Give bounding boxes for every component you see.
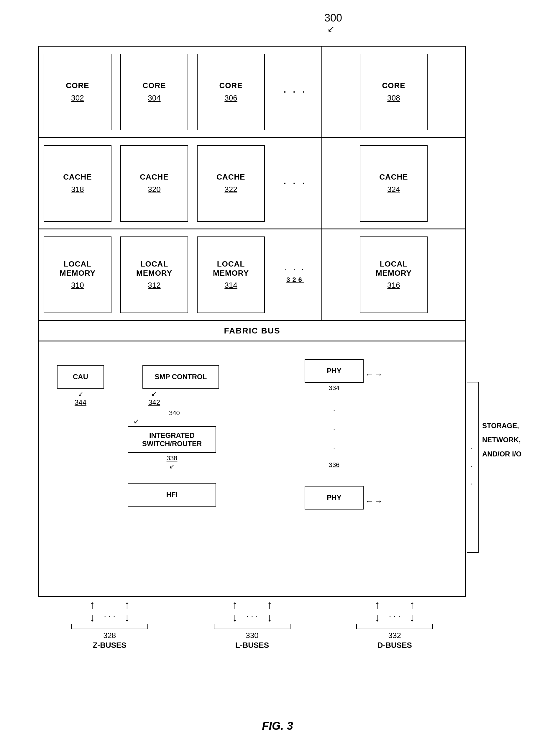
z-arrow-2: ↑↓ [124,598,130,624]
lower-section: CAU ↙ 344 SMP CONTROL ↙ 342 340 [39,342,465,598]
fig-label: FIG. 3 [262,720,293,732]
storage-dots: ··· [470,439,472,492]
core-302-label: CORE [66,81,89,90]
storage-bracket [467,382,479,553]
cache-row-right: CACHE 324 [322,138,465,228]
core-308-cell: CORE 308 [360,54,428,130]
core-306-ref: 306 [224,93,237,103]
phy-bottom-box: PHY [305,486,364,509]
cache-318-label: CACHE [63,173,92,182]
d-arrow-2: ↑↓ [409,598,415,624]
integrated-switch-label: INTEGRATED SWITCH/ROUTER [142,431,202,448]
fabric-bus-row: FABRIC BUS [39,321,465,342]
smp-box: SMP CONTROL [142,365,219,389]
d-ellipsis: · · · [389,612,400,621]
z-arrow-1: ↑↓ [89,598,95,624]
cau-container: CAU ↙ 344 [57,365,104,407]
cache-318-cell: CACHE 318 [44,145,112,222]
cache-row-left: CACHE 318 CACHE 320 CACHE 322 · · · [39,138,322,228]
local-mem-row-left: LOCAL MEMORY 310 LOCAL MEMORY 312 LOCAL … [39,229,322,320]
cache-ellipsis: · · · [269,179,322,188]
phy-top-arrow: ←→ [365,369,383,380]
l-arrow-1: ↑↓ [232,598,238,624]
phy-top-ref: 334 [305,384,364,392]
l-buses-group: ↑↓ · · · ↑↓ 330 L-BUSES [208,598,296,650]
local-mem-row-right: LOCAL MEMORY 316 [322,229,465,320]
l-buses-label: L-BUSES [235,641,269,650]
l-buses-bracket [214,624,291,629]
z-buses-ref: 328 [103,631,116,640]
phy-bottom-container: PHY [305,486,364,509]
z-buses-group: ↑↓ · · · ↑↓ 328 Z-BUSES [66,598,154,650]
top-ref-arrow: ↙ [327,24,335,34]
cache-322-ref: 322 [224,185,237,194]
local-memory-row: LOCAL MEMORY 310 LOCAL MEMORY 312 LOCAL … [39,229,465,321]
d-buses-bracket [356,624,433,629]
hfi-container: HFI [128,483,216,506]
main-diagram-box: CORE 302 CORE 304 CORE 306 · · · [38,46,466,597]
local-mem-314-ref: 314 [224,281,237,290]
local-mem-316-label: LOCAL MEMORY [376,260,412,278]
d-arrow-1: ↑↓ [375,598,380,624]
core-306-label: CORE [219,81,243,90]
core-308-ref: 308 [387,93,400,103]
z-buses-label: Z-BUSES [93,641,127,650]
l-ellipsis: · · · [247,612,258,621]
core-304-label: CORE [142,81,166,90]
phy-top-box: PHY [305,359,364,383]
core-row-right: CORE 308 [322,47,465,137]
cau-arrow: ↙ [78,390,83,398]
phy-top-container: PHY 334 ··· 336 [305,359,364,469]
phy-bottom-ref: 336 [305,461,364,469]
cache-318-ref: 318 [71,185,84,194]
local-mem-314-label: LOCAL MEMORY [213,260,249,278]
local-mem-312-ref: 312 [148,281,161,290]
local-mem-ellipsis: · · · 326 [269,266,322,284]
core-306-cell: CORE 306 [197,54,265,130]
l-arrow-2: ↑↓ [267,598,272,624]
phy-bottom-arrow: ←→ [365,496,383,506]
core-308-label: CORE [382,81,405,90]
core-304-cell: CORE 304 [120,54,188,130]
local-mem-310-label: LOCAL MEMORY [59,260,95,278]
core-302-ref: 302 [71,93,84,103]
local-mem-312-cell: LOCAL MEMORY 312 [120,236,188,313]
d-buses-label: D-BUSES [378,641,412,650]
d-buses-arrows: ↑↓ · · · ↑↓ [375,598,415,624]
cache-324-label: CACHE [379,173,408,182]
local-mem-314-cell: LOCAL MEMORY 314 [197,236,265,313]
local-mem-316-ref: 316 [387,281,400,290]
z-buses-arrows: ↑↓ · · · ↑↓ [89,598,130,624]
smp-container: SMP CONTROL ↙ 342 [142,365,219,407]
local-mem-312-label: LOCAL MEMORY [136,260,172,278]
cache-320-cell: CACHE 320 [120,145,188,222]
phy-top-label: PHY [327,367,341,375]
diagram: 300 ↙ CORE 302 CORE 304 CORE 306 [0,0,555,756]
smp-arrow: ↙ [151,390,157,398]
l-buses-ref: 330 [246,631,258,640]
local-mem-310-cell: LOCAL MEMORY 310 [44,236,112,313]
phy-vert-dots: ··· [305,401,364,458]
cau-label: CAU [73,373,88,381]
bus-section: ↑↓ · · · ↑↓ 328 Z-BUSES ↑↓ · · · ↑↓ [38,598,466,650]
cache-320-ref: 320 [148,185,161,194]
core-304-ref: 304 [148,93,161,103]
switch-ref-340: 340 [169,409,216,417]
phy-bottom-label: PHY [327,494,341,502]
cau-box: CAU [57,365,104,389]
switch-down-arrow: ↙ [128,462,216,470]
hfi-box: HFI [128,483,216,506]
cache-row: CACHE 318 CACHE 320 CACHE 322 · · · CACH… [39,138,465,229]
fabric-bus-label: FABRIC BUS [224,326,280,336]
switch-arrow-label: ↙ [134,417,216,425]
cau-ref: 344 [57,398,104,407]
z-ellipsis: · · · [104,612,115,621]
hfi-label: HFI [166,491,178,499]
top-ref-number: 300 [325,12,342,24]
cache-322-label: CACHE [216,173,245,182]
local-mem-326-ref: 326 [286,276,304,284]
core-row: CORE 302 CORE 304 CORE 306 · · · [39,47,465,138]
cache-324-cell: CACHE 324 [360,145,428,222]
integrated-switch-box: INTEGRATED SWITCH/ROUTER [128,426,216,453]
z-buses-bracket [71,624,148,629]
